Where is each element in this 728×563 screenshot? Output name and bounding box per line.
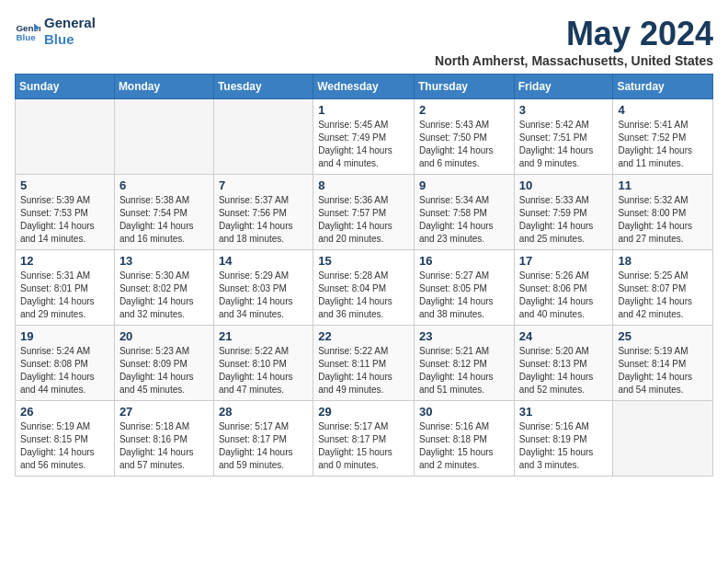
day-number: 11: [618, 178, 708, 192]
day-info: Sunrise: 5:16 AM Sunset: 8:18 PM Dayligh…: [419, 420, 509, 472]
day-number: 28: [219, 405, 308, 419]
day-number: 23: [419, 329, 509, 343]
day-number: 3: [519, 103, 609, 117]
calendar-cell: 7Sunrise: 5:37 AM Sunset: 7:56 PM Daylig…: [213, 175, 313, 250]
header: General Blue General Blue May 2024 North…: [15, 15, 713, 68]
calendar-cell: 27Sunrise: 5:18 AM Sunset: 8:16 PM Dayli…: [114, 401, 213, 477]
calendar-cell: 5Sunrise: 5:39 AM Sunset: 7:53 PM Daylig…: [16, 175, 115, 250]
day-header-wednesday: Wednesday: [313, 75, 415, 99]
day-info: Sunrise: 5:38 AM Sunset: 7:54 PM Dayligh…: [119, 194, 209, 246]
calendar-cell: 6Sunrise: 5:38 AM Sunset: 7:54 PM Daylig…: [114, 175, 213, 250]
day-info: Sunrise: 5:45 AM Sunset: 7:49 PM Dayligh…: [318, 119, 409, 170]
day-info: Sunrise: 5:18 AM Sunset: 8:16 PM Dayligh…: [119, 420, 209, 472]
day-number: 15: [318, 254, 409, 268]
day-info: Sunrise: 5:42 AM Sunset: 7:51 PM Dayligh…: [519, 119, 609, 170]
calendar-cell: 15Sunrise: 5:28 AM Sunset: 8:04 PM Dayli…: [313, 250, 415, 326]
calendar-cell: 8Sunrise: 5:36 AM Sunset: 7:57 PM Daylig…: [313, 175, 415, 250]
calendar-table: SundayMondayTuesdayWednesdayThursdayFrid…: [15, 74, 713, 477]
day-header-saturday: Saturday: [613, 75, 713, 99]
day-header-tuesday: Tuesday: [213, 75, 313, 99]
day-number: 1: [318, 103, 409, 117]
calendar-cell: 30Sunrise: 5:16 AM Sunset: 8:18 PM Dayli…: [414, 401, 514, 477]
calendar-cell: 16Sunrise: 5:27 AM Sunset: 8:05 PM Dayli…: [414, 250, 514, 326]
day-number: 4: [618, 103, 708, 117]
day-info: Sunrise: 5:33 AM Sunset: 7:59 PM Dayligh…: [519, 194, 609, 246]
logo-line2: Blue: [44, 31, 96, 48]
calendar-cell: 21Sunrise: 5:22 AM Sunset: 8:10 PM Dayli…: [213, 326, 313, 401]
calendar-cell: 22Sunrise: 5:22 AM Sunset: 8:11 PM Dayli…: [313, 326, 415, 401]
day-info: Sunrise: 5:28 AM Sunset: 8:04 PM Dayligh…: [318, 270, 409, 321]
day-info: Sunrise: 5:36 AM Sunset: 7:57 PM Dayligh…: [318, 194, 409, 246]
day-info: Sunrise: 5:24 AM Sunset: 8:08 PM Dayligh…: [20, 345, 109, 396]
calendar-cell: 23Sunrise: 5:21 AM Sunset: 8:12 PM Dayli…: [414, 326, 514, 401]
calendar-title: May 2024: [435, 15, 713, 53]
day-info: Sunrise: 5:19 AM Sunset: 8:14 PM Dayligh…: [618, 345, 708, 396]
day-number: 18: [618, 254, 708, 268]
calendar-cell: 19Sunrise: 5:24 AM Sunset: 8:08 PM Dayli…: [16, 326, 115, 401]
calendar-cell: 18Sunrise: 5:25 AM Sunset: 8:07 PM Dayli…: [613, 250, 713, 326]
calendar-cell: 24Sunrise: 5:20 AM Sunset: 8:13 PM Dayli…: [514, 326, 613, 401]
day-info: Sunrise: 5:30 AM Sunset: 8:02 PM Dayligh…: [119, 270, 209, 321]
calendar-cell: 11Sunrise: 5:32 AM Sunset: 8:00 PM Dayli…: [613, 175, 713, 250]
day-number: 9: [419, 178, 509, 192]
day-number: 13: [119, 254, 209, 268]
day-number: 24: [519, 329, 609, 343]
day-info: Sunrise: 5:39 AM Sunset: 7:53 PM Dayligh…: [20, 194, 109, 246]
day-number: 14: [219, 254, 308, 268]
day-info: Sunrise: 5:17 AM Sunset: 8:17 PM Dayligh…: [219, 420, 308, 472]
calendar-cell: 1Sunrise: 5:45 AM Sunset: 7:49 PM Daylig…: [313, 99, 415, 175]
calendar-cell: [16, 99, 115, 175]
day-info: Sunrise: 5:19 AM Sunset: 8:15 PM Dayligh…: [20, 420, 109, 472]
day-info: Sunrise: 5:41 AM Sunset: 7:52 PM Dayligh…: [618, 119, 708, 170]
calendar-cell: 13Sunrise: 5:30 AM Sunset: 8:02 PM Dayli…: [114, 250, 213, 326]
calendar-cell: 3Sunrise: 5:42 AM Sunset: 7:51 PM Daylig…: [514, 99, 613, 175]
day-info: Sunrise: 5:23 AM Sunset: 8:09 PM Dayligh…: [119, 345, 209, 396]
day-number: 17: [519, 254, 609, 268]
calendar-cell: 20Sunrise: 5:23 AM Sunset: 8:09 PM Dayli…: [114, 326, 213, 401]
day-number: 20: [119, 329, 209, 343]
day-info: Sunrise: 5:31 AM Sunset: 8:01 PM Dayligh…: [20, 270, 109, 321]
day-info: Sunrise: 5:26 AM Sunset: 8:06 PM Dayligh…: [519, 270, 609, 321]
day-number: 2: [419, 103, 509, 117]
day-number: 31: [519, 405, 609, 419]
week-row-5: 26Sunrise: 5:19 AM Sunset: 8:15 PM Dayli…: [16, 401, 713, 477]
day-info: Sunrise: 5:29 AM Sunset: 8:03 PM Dayligh…: [219, 270, 308, 321]
day-number: 19: [20, 329, 109, 343]
day-number: 29: [318, 405, 409, 419]
day-number: 22: [318, 329, 409, 343]
day-header-monday: Monday: [114, 75, 213, 99]
logo-line1: General: [44, 15, 96, 31]
title-area: May 2024 North Amherst, Massachusetts, U…: [435, 15, 713, 68]
calendar-cell: 31Sunrise: 5:16 AM Sunset: 8:19 PM Dayli…: [514, 401, 613, 477]
logo-icon: General Blue: [15, 18, 40, 44]
week-row-4: 19Sunrise: 5:24 AM Sunset: 8:08 PM Dayli…: [16, 326, 713, 401]
day-header-sunday: Sunday: [16, 75, 115, 99]
day-number: 21: [219, 329, 308, 343]
day-number: 6: [119, 178, 209, 192]
calendar-cell: 29Sunrise: 5:17 AM Sunset: 8:17 PM Dayli…: [313, 401, 415, 477]
week-row-3: 12Sunrise: 5:31 AM Sunset: 8:01 PM Dayli…: [16, 250, 713, 326]
calendar-cell: 9Sunrise: 5:34 AM Sunset: 7:58 PM Daylig…: [414, 175, 514, 250]
day-number: 27: [119, 405, 209, 419]
day-header-friday: Friday: [514, 75, 613, 99]
day-number: 5: [20, 178, 109, 192]
calendar-cell: [114, 99, 213, 175]
calendar-cell: 28Sunrise: 5:17 AM Sunset: 8:17 PM Dayli…: [213, 401, 313, 477]
calendar-cell: 25Sunrise: 5:19 AM Sunset: 8:14 PM Dayli…: [613, 326, 713, 401]
day-number: 8: [318, 178, 409, 192]
svg-text:Blue: Blue: [16, 32, 36, 42]
day-number: 12: [20, 254, 109, 268]
calendar-cell: 26Sunrise: 5:19 AM Sunset: 8:15 PM Dayli…: [16, 401, 115, 477]
calendar-cell: 2Sunrise: 5:43 AM Sunset: 7:50 PM Daylig…: [414, 99, 514, 175]
calendar-cell: [613, 401, 713, 477]
day-info: Sunrise: 5:27 AM Sunset: 8:05 PM Dayligh…: [419, 270, 509, 321]
day-info: Sunrise: 5:34 AM Sunset: 7:58 PM Dayligh…: [419, 194, 509, 246]
calendar-subtitle: North Amherst, Massachusetts, United Sta…: [435, 53, 713, 68]
day-header-thursday: Thursday: [414, 75, 514, 99]
calendar-cell: 10Sunrise: 5:33 AM Sunset: 7:59 PM Dayli…: [514, 175, 613, 250]
logo: General Blue General Blue: [15, 15, 96, 48]
day-info: Sunrise: 5:17 AM Sunset: 8:17 PM Dayligh…: [318, 420, 409, 472]
day-number: 16: [419, 254, 509, 268]
day-info: Sunrise: 5:22 AM Sunset: 8:10 PM Dayligh…: [219, 345, 308, 396]
calendar-cell: 17Sunrise: 5:26 AM Sunset: 8:06 PM Dayli…: [514, 250, 613, 326]
